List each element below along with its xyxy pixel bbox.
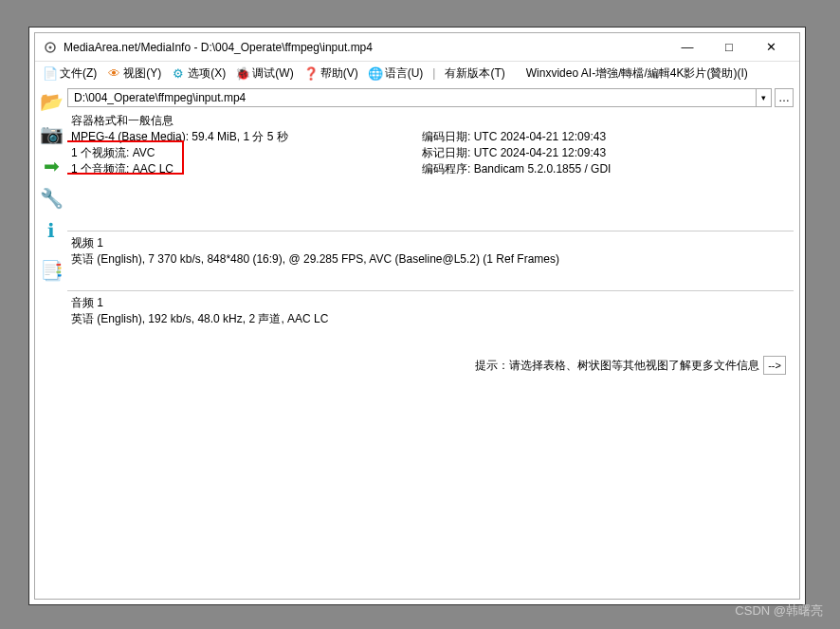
menu-lang[interactable]: 🌐语言(U) (364, 65, 428, 82)
menu-newver[interactable]: 有新版本(T) (441, 65, 508, 82)
video-header: 视频 1 (67, 233, 794, 251)
minimize-button[interactable]: — (667, 34, 708, 61)
window-title: MediaArea.net/MediaInfo - D:\004_Operate… (64, 41, 667, 54)
globe-icon: 🌐 (368, 65, 383, 81)
sidebar-copy-icon[interactable]: 📑 (38, 257, 64, 284)
hint-row: 提示：请选择表格、树状图等其他视图了解更多文件信息 --> (475, 356, 786, 375)
menu-sponsor[interactable]: Winxvideo AI-增強/轉檔/編輯4K影片(贊助)(I) (522, 65, 752, 82)
help-icon: ❓ (303, 65, 319, 81)
debug-icon: 🐞 (235, 65, 250, 81)
menu-help[interactable]: ❓帮助(V) (300, 65, 362, 82)
menu-view[interactable]: 👁视图(Y) (102, 65, 165, 82)
sidebar-export-icon[interactable]: ➡ (38, 153, 64, 179)
menu-separator: | (429, 66, 439, 80)
path-dropdown-button[interactable]: ▾ (757, 88, 772, 107)
info-panel: 容器格式和一般信息 MPEG-4 (Base Media): 59.4 MiB,… (67, 111, 794, 593)
hint-next-button[interactable]: --> (763, 356, 786, 375)
svg-point-1 (49, 46, 52, 48)
sidebar: 📂 📷 ➡ 🔧 ℹ 📑 (35, 84, 67, 599)
close-button[interactable]: ✕ (750, 34, 792, 61)
audio-detail: 英语 (English), 192 kb/s, 48.0 kHz, 2 声道, … (71, 311, 328, 327)
browse-button[interactable]: … (775, 88, 794, 107)
main-panel: ▾ … 容器格式和一般信息 MPEG-4 (Base Media): 59.4 … (67, 84, 799, 599)
maximize-button[interactable]: □ (708, 34, 750, 61)
view-icon: 👁 (106, 65, 121, 81)
titlebar: MediaArea.net/MediaInfo - D:\004_Operate… (35, 33, 799, 62)
general-video-stream: 1 个视频流: AVC (71, 145, 422, 161)
path-input[interactable] (67, 88, 757, 107)
hint-text: 提示：请选择表格、树状图等其他视图了解更多文件信息 (475, 358, 759, 374)
file-icon: 📄 (43, 65, 58, 81)
menu-options[interactable]: ⚙选项(X) (167, 65, 229, 82)
encoded-date: 编码日期: UTC 2024-04-21 12:09:43 (422, 129, 790, 145)
tagged-date: 标记日期: UTC 2024-04-21 12:09:43 (422, 145, 790, 161)
general-container: MPEG-4 (Base Media): 59.4 MiB, 1 分 5 秒 (71, 129, 422, 145)
menu-debug[interactable]: 🐞调试(W) (231, 65, 297, 82)
sidebar-preview-icon[interactable]: 📷 (38, 120, 64, 147)
sidebar-info-icon[interactable]: ℹ (38, 217, 64, 244)
audio-header: 音频 1 (67, 293, 794, 311)
encoder: 编码程序: Bandicam 5.2.0.1855 / GDI (422, 161, 790, 177)
sidebar-settings-icon[interactable]: 🔧 (38, 185, 64, 212)
general-audio-stream: 1 个音频流: AAC LC (71, 161, 422, 177)
video-detail: 英语 (English), 7 370 kb/s, 848*480 (16:9)… (71, 251, 559, 268)
menu-file[interactable]: 📄文件(Z) (39, 65, 100, 82)
sidebar-open-icon[interactable]: 📂 (38, 88, 64, 115)
options-icon: ⚙ (171, 65, 186, 81)
app-icon (43, 40, 58, 55)
general-header: 容器格式和一般信息 (67, 111, 794, 129)
menubar: 📄文件(Z) 👁视图(Y) ⚙选项(X) 🐞调试(W) ❓帮助(V) 🌐语言(U… (35, 62, 799, 84)
